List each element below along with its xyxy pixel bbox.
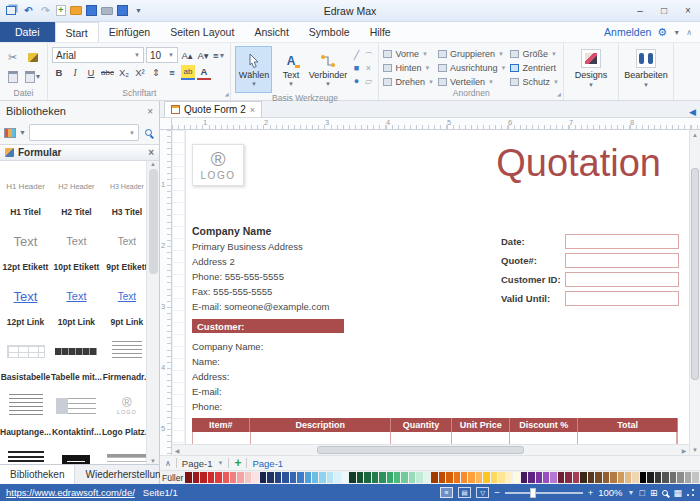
stencil-item[interactable] [0, 440, 51, 464]
close-button[interactable]: × [676, 0, 700, 21]
color-swatch[interactable] [237, 472, 243, 483]
color-swatch[interactable] [208, 472, 214, 483]
table-cell[interactable] [578, 432, 677, 444]
color-swatch[interactable] [439, 472, 445, 483]
color-swatch[interactable] [305, 472, 311, 483]
bearbeiten-button[interactable]: Bearbeiten ▼ [623, 45, 669, 88]
multi-page-icon[interactable]: ⊞ [650, 488, 658, 498]
color-swatch[interactable] [267, 472, 273, 483]
zoom-level[interactable]: 100% [598, 487, 622, 498]
italic-button[interactable]: I [68, 65, 82, 80]
field-input-box[interactable] [565, 234, 679, 249]
horizontal-scrollbar[interactable]: ◀ ▶ [172, 444, 689, 455]
undo-icon[interactable]: ↶ [22, 5, 35, 17]
verbinder-tool-button[interactable]: Verbinder▼ [309, 46, 346, 93]
color-swatch[interactable] [357, 472, 363, 483]
color-swatch[interactable] [647, 472, 653, 483]
arc-tool-icon[interactable]: ⌒ [362, 50, 374, 63]
color-swatch[interactable] [364, 472, 370, 483]
ausrichtung-button[interactable]: Ausrichtung▼ [438, 62, 506, 74]
format-painter-icon[interactable] [23, 48, 43, 67]
table-cell[interactable] [193, 432, 251, 444]
color-swatch[interactable] [461, 472, 467, 483]
table-cell[interactable] [251, 432, 391, 444]
redo-icon[interactable]: ↷ [39, 5, 52, 17]
color-swatch[interactable] [536, 472, 542, 483]
tab-seiten-layout[interactable]: Seiten Layout [160, 22, 244, 42]
color-swatch[interactable] [454, 472, 460, 483]
stencil-item[interactable]: ®LOGOLogo Platz... [102, 385, 146, 440]
bullet-list-button[interactable]: ≡ [165, 65, 179, 80]
color-swatch[interactable] [223, 472, 229, 483]
color-swatch[interactable] [282, 472, 288, 483]
table-cell[interactable] [452, 432, 510, 444]
color-swatch[interactable] [655, 472, 661, 483]
color-swatch[interactable] [290, 472, 296, 483]
page-selector[interactable]: Page-1 [182, 458, 213, 469]
collapse-pages-icon[interactable]: ∧ [165, 459, 171, 468]
font-color-button[interactable]: A [197, 65, 211, 80]
page-tab-page-1[interactable]: Page-1 [252, 458, 283, 469]
stencil-item[interactable]: Firmenadr... [102, 330, 146, 385]
underline-button[interactable]: U [84, 65, 98, 80]
customer-fields-block[interactable]: Company Name:Name:Address:E-mail:Phone: [192, 339, 263, 414]
tab-einfügen[interactable]: Einfügen [99, 22, 160, 42]
color-swatch[interactable] [618, 472, 624, 483]
color-swatch[interactable] [312, 472, 318, 483]
color-swatch[interactable] [491, 472, 497, 483]
stencil-item[interactable]: H1 HeaderH1 Titel [0, 165, 51, 220]
chevron-down-icon[interactable]: ▼ [628, 489, 635, 496]
color-swatch[interactable] [252, 472, 258, 483]
zoom-in-button[interactable]: + [588, 487, 594, 498]
color-swatch[interactable] [580, 472, 586, 483]
more-icon[interactable]: ▼ [132, 5, 145, 17]
stencil-item[interactable]: Text9pt Link [102, 275, 146, 330]
print-icon[interactable] [101, 7, 113, 15]
color-swatch[interactable] [387, 472, 393, 483]
scrollbar-thumb[interactable] [691, 168, 699, 380]
panel-scrollbar[interactable]: ▲ ▼ [146, 161, 159, 464]
color-swatch[interactable] [416, 472, 422, 483]
grid-icon[interactable]: ▦ [673, 488, 682, 498]
color-swatch[interactable] [446, 472, 452, 483]
tab-datei[interactable]: Datei [0, 22, 55, 42]
color-swatch[interactable] [401, 472, 407, 483]
color-swatch[interactable] [543, 472, 549, 483]
color-swatch[interactable] [632, 472, 638, 483]
close-icon[interactable]: × [148, 147, 154, 158]
view-page-button[interactable]: ▤ [458, 487, 471, 498]
color-swatch[interactable] [342, 472, 348, 483]
scroll-down-icon[interactable]: ▼ [690, 445, 700, 455]
font-name-combo[interactable]: Arial▼ [52, 47, 144, 63]
chevron-down-icon[interactable]: ▼ [19, 129, 26, 136]
color-swatch[interactable] [506, 472, 512, 483]
align-button[interactable]: ≡▼ [212, 48, 226, 63]
decrease-font-button[interactable]: A▾ [196, 48, 210, 63]
stencil-item[interactable]: Text9pt Etikett [102, 220, 146, 275]
color-swatch[interactable] [521, 472, 527, 483]
delete-tool-icon[interactable]: × [362, 63, 374, 76]
color-swatch[interactable] [275, 472, 281, 483]
paste-dropdown-icon[interactable]: ▼ [23, 67, 43, 86]
line-tool-icon[interactable]: ╱ [350, 50, 362, 63]
stencil-item[interactable]: Text12pt Etikett [0, 220, 51, 275]
color-swatch[interactable] [610, 472, 616, 483]
vorne-button[interactable]: Vorne▼ [383, 48, 433, 60]
search-icon[interactable] [145, 129, 152, 136]
stencil-item[interactable]: Text12pt Link [0, 275, 51, 330]
crop-tool-icon[interactable]: ▱ [362, 76, 374, 89]
superscript-button[interactable]: X² [133, 65, 147, 80]
panel-tab-bibliotheken[interactable]: Bibliotheken [0, 465, 75, 484]
color-swatch[interactable] [513, 472, 519, 483]
subscript-button[interactable]: X₂ [117, 65, 131, 80]
scroll-up-icon[interactable]: ▲ [690, 130, 700, 140]
color-swatch[interactable] [431, 472, 437, 483]
company-info-block[interactable]: Company Name Primary Business AddressAdd… [192, 224, 329, 314]
color-swatch[interactable] [394, 472, 400, 483]
chevron-down-icon[interactable]: ▼ [218, 460, 224, 466]
color-swatch[interactable] [334, 472, 340, 483]
stencil-item[interactable] [102, 440, 146, 464]
color-swatch[interactable] [319, 472, 325, 483]
sign-in-link[interactable]: Anmelden [604, 26, 651, 38]
cut-icon[interactable]: ✂ [4, 48, 21, 67]
